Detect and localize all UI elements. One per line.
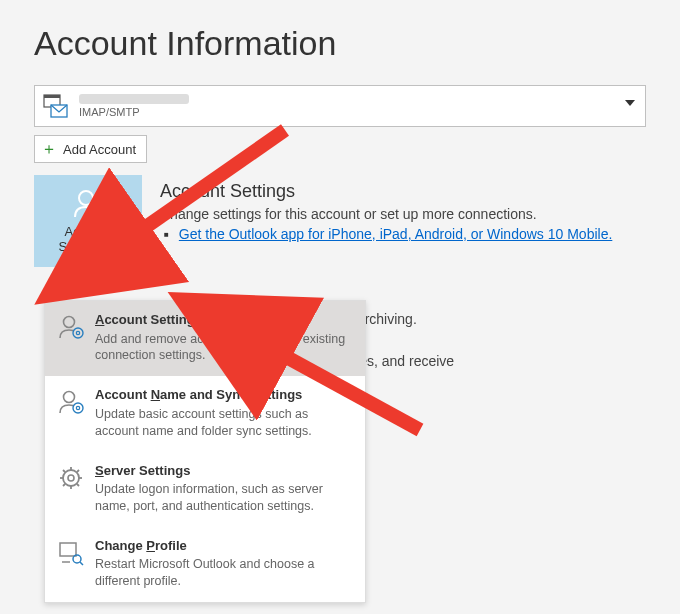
chevron-down-icon <box>109 245 117 250</box>
svg-point-31 <box>73 555 81 563</box>
chevron-down-icon <box>625 100 635 106</box>
svg-point-20 <box>63 470 79 486</box>
add-account-button[interactable]: ＋ Add Account <box>34 135 147 163</box>
svg-line-27 <box>77 484 79 486</box>
user-gear-icon <box>57 313 85 341</box>
account-settings-subtitle: Change settings for this account or set … <box>160 206 612 222</box>
svg-rect-1 <box>44 95 60 98</box>
menu-account-name-sync[interactable]: Account Name and Sync Settings Update ba… <box>45 376 365 451</box>
plus-icon: ＋ <box>41 141 57 157</box>
account-selector[interactable]: IMAP/SMTP <box>34 85 646 127</box>
svg-point-14 <box>64 317 75 328</box>
menu-change-profile[interactable]: Change Profile Restart Microsoft Outlook… <box>45 527 365 602</box>
account-settings-dropdown: Account Settings... Add and remove accou… <box>44 300 366 603</box>
change-profile-icon <box>57 539 85 567</box>
get-outlook-app-link[interactable]: Get the Outlook app for iPhone, iPad, An… <box>179 226 612 242</box>
account-settings-heading: Account Settings <box>160 181 612 202</box>
user-gear-icon <box>57 388 85 416</box>
menu-account-settings[interactable]: Account Settings... Add and remove accou… <box>45 301 365 376</box>
page-title: Account Information <box>34 24 646 63</box>
settings-button-line1: Account <box>59 225 118 240</box>
svg-point-18 <box>73 403 83 413</box>
svg-point-3 <box>79 191 93 205</box>
add-account-label: Add Account <box>63 142 136 157</box>
svg-line-28 <box>63 484 65 486</box>
gear-icon <box>57 464 85 492</box>
svg-point-15 <box>73 328 83 338</box>
svg-point-17 <box>64 392 75 403</box>
svg-line-29 <box>77 470 79 472</box>
account-settings-button[interactable]: Account Settings <box>34 175 142 267</box>
menu-server-settings[interactable]: Server Settings Update logon information… <box>45 452 365 527</box>
svg-line-26 <box>63 470 65 472</box>
account-email-redacted <box>79 94 189 104</box>
account-type: IMAP/SMTP <box>79 106 189 118</box>
user-gear-icon <box>71 187 105 221</box>
settings-button-line2: Settings <box>59 240 106 255</box>
svg-rect-30 <box>60 543 76 556</box>
mail-icon <box>43 93 69 119</box>
svg-point-21 <box>68 475 74 481</box>
